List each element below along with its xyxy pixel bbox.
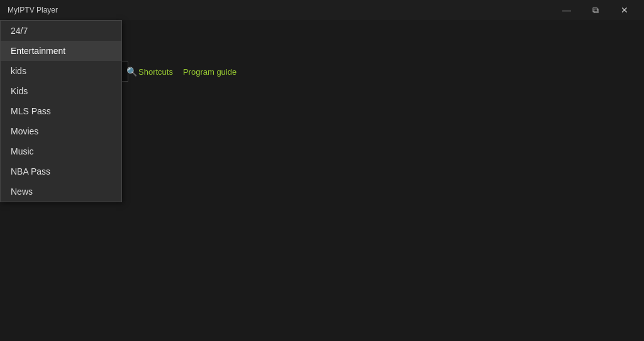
- program-guide-link[interactable]: Program guide: [183, 67, 236, 77]
- shortcuts-link[interactable]: Shortcuts: [138, 67, 173, 77]
- app-title: MyIPTV Player: [8, 6, 58, 14]
- dropdown-item-movies[interactable]: Movies: [1, 121, 121, 141]
- dropdown-item-mls-pass[interactable]: MLS Pass: [1, 101, 121, 121]
- dropdown-item-kids-upper[interactable]: Kids: [1, 81, 121, 101]
- dropdown-item-nba-pass[interactable]: NBA Pass: [1, 161, 121, 181]
- dropdown-item-music[interactable]: Music: [1, 141, 121, 161]
- dropdown-item-247[interactable]: 24/7: [1, 21, 121, 41]
- minimize-button[interactable]: —: [552, 0, 581, 20]
- title-bar-controls: — ⧉ ✕: [552, 0, 639, 20]
- title-bar-left: MyIPTV Player: [8, 6, 58, 14]
- title-bar: MyIPTV Player — ⧉ ✕: [0, 0, 644, 20]
- main-area: 24/7 Entertainment kids Kids MLS Pass Mo…: [0, 20, 644, 341]
- dropdown-item-kids-lower[interactable]: kids: [1, 61, 121, 81]
- search-icon: 🔍: [126, 67, 137, 77]
- restore-button[interactable]: ⧉: [581, 0, 610, 20]
- close-button[interactable]: ✕: [610, 0, 639, 20]
- dropdown-item-entertainment[interactable]: Entertainment: [1, 41, 121, 61]
- dropdown-item-news[interactable]: News: [1, 181, 121, 202]
- dropdown-menu: 24/7 Entertainment kids Kids MLS Pass Mo…: [0, 20, 122, 202]
